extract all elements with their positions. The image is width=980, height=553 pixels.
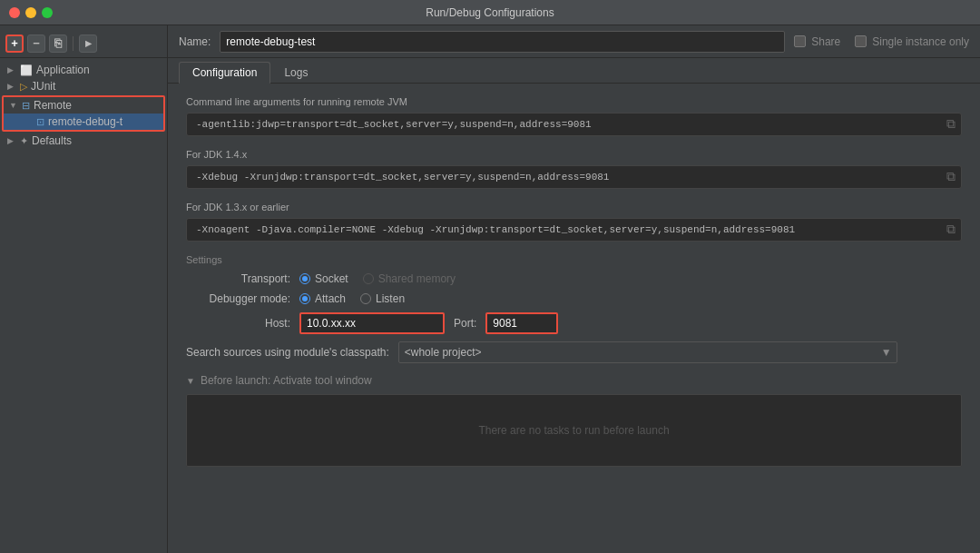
more-button[interactable]: ▸	[79, 35, 97, 53]
cmd-code-block: -agentlib:jdwp=transport=dt_socket,serve…	[186, 113, 962, 136]
settings-section: Settings Transport: Socket Shared memory	[186, 254, 962, 334]
sidebar-item-label: Remote	[34, 99, 72, 112]
jdk14-value: -Xdebug -Xrunjdwp:transport=dt_socket,se…	[196, 172, 609, 183]
config-tree: ▶ ⬜ Application ▶ ▷ JUnit ▼ ⊟ Remote	[0, 58, 167, 153]
arrow-icon: ▶	[7, 136, 16, 145]
minimize-button[interactable]	[25, 7, 36, 18]
title-bar: Run/Debug Configurations	[0, 0, 980, 25]
copy-button[interactable]: ⎘	[49, 35, 67, 53]
sources-row: Search sources using module's classpath:…	[186, 341, 962, 363]
transport-options: Socket Shared memory	[299, 272, 456, 285]
debugger-label: Debugger mode:	[186, 292, 290, 305]
debugger-listen-option[interactable]: Listen	[360, 292, 405, 305]
sidebar-item-junit[interactable]: ▶ ▷ JUnit	[0, 78, 167, 94]
header-row: Name: Share Single instance only	[168, 25, 980, 58]
jdk14-code-block: -Xdebug -Xrunjdwp:transport=dt_socket,se…	[186, 165, 962, 189]
sidebar-item-application[interactable]: ▶ ⬜ Application	[0, 62, 167, 78]
copy-icon[interactable]: ⧉	[946, 117, 956, 132]
host-port-row: Host: Port:	[186, 312, 962, 334]
maximize-button[interactable]	[42, 7, 53, 18]
debugger-attach-option[interactable]: Attach	[299, 292, 346, 305]
close-button[interactable]	[9, 7, 20, 18]
cmd-value: -agentlib:jdwp=transport=dt_socket,serve…	[196, 119, 592, 130]
host-label: Host:	[186, 317, 290, 330]
sidebar-item-remote[interactable]: ▼ ⊟ Remote	[4, 97, 163, 114]
tab-configuration[interactable]: Configuration	[179, 62, 270, 84]
socket-label: Socket	[315, 272, 348, 285]
remote-child-icon: ⊡	[36, 116, 44, 128]
settings-label: Settings	[186, 254, 962, 265]
share-checkbox[interactable]	[794, 35, 806, 47]
attach-label: Attach	[315, 292, 346, 305]
port-label: Port:	[454, 317, 476, 330]
sidebar-item-label: Defaults	[32, 134, 72, 147]
tabs-row: Configuration Logs	[168, 58, 980, 84]
listen-label: Listen	[376, 292, 405, 305]
defaults-icon: ✦	[20, 135, 28, 147]
shared-memory-label: Shared memory	[378, 272, 456, 285]
add-button[interactable]: +	[5, 35, 24, 53]
sidebar-item-defaults[interactable]: ▶ ✦ Defaults	[0, 133, 167, 149]
config-body: Command line arguments for running remot…	[168, 84, 980, 553]
main-layout: + − ⎘ ▸ ▶ ⬜ Application ▶ ▷ JUnit ▼	[0, 25, 980, 553]
share-area: Share Single instance only	[794, 35, 969, 48]
socket-radio[interactable]	[299, 273, 310, 284]
arrow-icon: ▶	[7, 82, 16, 91]
transport-socket-option[interactable]: Socket	[299, 272, 348, 285]
arrow-icon: ▼	[9, 101, 18, 110]
shared-memory-radio[interactable]	[363, 273, 374, 284]
remote-icon: ⊟	[22, 100, 30, 112]
sidebar: + − ⎘ ▸ ▶ ⬜ Application ▶ ▷ JUnit ▼	[0, 25, 168, 553]
sidebar-item-label: Application	[36, 64, 90, 76]
single-instance-checkbox[interactable]	[855, 35, 867, 47]
attach-radio[interactable]	[299, 293, 310, 304]
content-area: Name: Share Single instance only Configu…	[168, 25, 980, 553]
sidebar-toolbar: + − ⎘ ▸	[0, 29, 167, 58]
tab-logs[interactable]: Logs	[270, 62, 321, 83]
sources-select-wrapper: <whole project> ▼	[398, 341, 897, 363]
before-launch-label: Before launch: Activate tool window	[201, 374, 372, 387]
share-label: Share	[811, 35, 840, 48]
window-title: Run/Debug Configurations	[426, 6, 554, 19]
before-launch-arrow-icon: ▼	[186, 376, 195, 386]
before-launch-body: There are no tasks to run before launch	[186, 394, 962, 467]
debugger-mode-row: Debugger mode: Attach Listen	[186, 292, 962, 305]
jdk13-code-block: -Xnoagent -Djava.compiler=NONE -Xdebug -…	[186, 218, 962, 242]
name-label: Name:	[179, 35, 211, 48]
sidebar-item-label: remote-debug-t	[48, 115, 122, 128]
copy-icon[interactable]: ⧉	[946, 222, 956, 237]
cmd-section-label: Command line arguments for running remot…	[186, 96, 962, 107]
jdk13-label: For JDK 1.3.x or earlier	[186, 202, 962, 212]
remove-button[interactable]: −	[27, 35, 45, 53]
separator	[73, 36, 74, 51]
arrow-icon: ▶	[7, 65, 16, 74]
single-instance-label: Single instance only	[872, 35, 969, 48]
sidebar-item-label: JUnit	[31, 80, 55, 93]
transport-label: Transport:	[186, 272, 290, 285]
port-input[interactable]	[485, 312, 558, 334]
junit-icon: ▷	[20, 81, 27, 93]
name-input[interactable]	[220, 31, 785, 53]
debugger-options: Attach Listen	[299, 292, 405, 305]
listen-radio[interactable]	[360, 293, 371, 304]
before-launch-header[interactable]: ▼ Before launch: Activate tool window	[186, 374, 962, 387]
transport-row: Transport: Socket Shared memory	[186, 272, 962, 285]
sources-select[interactable]: <whole project>	[398, 341, 897, 363]
jdk13-value: -Xnoagent -Djava.compiler=NONE -Xdebug -…	[196, 224, 795, 235]
application-icon: ⬜	[20, 64, 33, 76]
before-launch-section: ▼ Before launch: Activate tool window Th…	[186, 374, 962, 467]
copy-icon[interactable]: ⧉	[946, 170, 956, 184]
window-controls	[9, 7, 53, 18]
sources-label: Search sources using module's classpath:	[186, 346, 389, 359]
sidebar-item-remote-debug-test[interactable]: ⊡ remote-debug-t	[4, 114, 163, 130]
no-tasks-text: There are no tasks to run before launch	[478, 424, 669, 437]
jdk14-label: For JDK 1.4.x	[186, 149, 962, 160]
host-input[interactable]	[299, 312, 445, 334]
transport-shared-memory-option[interactable]: Shared memory	[363, 272, 456, 285]
